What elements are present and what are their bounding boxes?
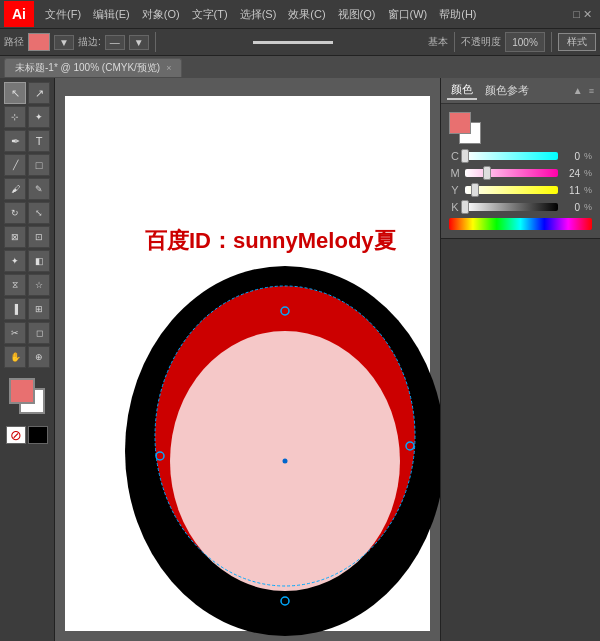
rotate-btn[interactable]: ↻: [4, 202, 26, 224]
column-graph-btn[interactable]: ▐: [4, 298, 26, 320]
eraser-btn[interactable]: ◻: [28, 322, 50, 344]
menu-type[interactable]: 文字(T): [187, 5, 233, 24]
stroke-none-btn[interactable]: —: [105, 35, 125, 50]
tool-row-2: ⊹ ✦: [4, 106, 50, 128]
color-tab[interactable]: 颜色: [447, 81, 477, 100]
panel-collapse-btn[interactable]: ▲: [573, 85, 583, 96]
color-swatch-pair[interactable]: [449, 112, 481, 144]
opacity-label: 不透明度: [461, 35, 501, 49]
app-logo: Ai: [4, 1, 34, 27]
stroke-type-btn[interactable]: ▼: [54, 35, 74, 50]
tab-bar: 未标题-1* @ 100% (CMYK/预览) ×: [0, 56, 600, 78]
tool-row-7: ⊠ ⊡: [4, 226, 50, 248]
stroke-label: 描边:: [78, 35, 101, 49]
document-tab[interactable]: 未标题-1* @ 100% (CMYK/预览) ×: [4, 58, 182, 77]
menu-bar: Ai 文件(F) 编辑(E) 对象(O) 文字(T) 选择(S) 效果(C) 视…: [0, 0, 600, 28]
scale-btn[interactable]: ⤡: [28, 202, 50, 224]
pen-tool-btn[interactable]: ✒: [4, 130, 26, 152]
panel-menu-btn[interactable]: ≡: [589, 86, 594, 96]
symbol-btn[interactable]: ☆: [28, 274, 50, 296]
measure-btn[interactable]: ◧: [28, 250, 50, 272]
direct-select-tool-btn[interactable]: ↗: [28, 82, 50, 104]
menu-view[interactable]: 视图(Q): [333, 5, 381, 24]
channel-k-label: K: [449, 201, 461, 213]
shear-btn[interactable]: ⊡: [28, 226, 50, 248]
black-swatch[interactable]: [28, 426, 48, 444]
separator-3: [551, 32, 552, 52]
channel-y-unit: %: [584, 185, 592, 195]
fg-bg-swatches[interactable]: [9, 378, 45, 414]
menu-help[interactable]: 帮助(H): [434, 5, 481, 24]
channel-m-label: M: [449, 167, 461, 179]
channel-k-thumb[interactable]: [461, 200, 469, 214]
blend-btn[interactable]: ⧖: [4, 274, 26, 296]
opacity-input[interactable]: [505, 32, 545, 52]
none-stroke-row: ⊘: [6, 426, 48, 444]
channel-c-thumb[interactable]: [461, 149, 469, 163]
tool-row-6: ↻ ⤡: [4, 202, 50, 224]
channel-c-value: 0: [562, 151, 580, 162]
channel-y-thumb[interactable]: [471, 183, 479, 197]
fill-color-swatch[interactable]: [28, 33, 50, 51]
none-swatch[interactable]: ⊘: [6, 426, 26, 444]
channel-c-row: C 0 %: [449, 150, 592, 162]
foreground-color-swatch[interactable]: [9, 378, 35, 404]
tool-row-11: ✂ ◻: [4, 322, 50, 344]
lasso-tool-btn[interactable]: ⊹: [4, 106, 26, 128]
stroke-dropdown[interactable]: ▼: [129, 35, 149, 50]
paintbrush-btn[interactable]: 🖌: [4, 178, 26, 200]
menu-object[interactable]: 对象(O): [137, 5, 185, 24]
tool-row-10: ▐ ⊞: [4, 298, 50, 320]
color-panel: 颜色 颜色参考 ▲ ≡ C: [441, 78, 600, 239]
separator-1: [155, 32, 156, 52]
color-ref-tab[interactable]: 颜色参考: [481, 82, 533, 99]
magic-wand-btn[interactable]: ✦: [28, 106, 50, 128]
fg-color-preview: [449, 112, 471, 134]
channel-m-value: 24: [562, 168, 580, 179]
stroke-width-visual: [253, 41, 333, 44]
channel-m-thumb[interactable]: [483, 166, 491, 180]
channel-y-value: 11: [562, 185, 580, 196]
color-preview-row: [449, 112, 592, 144]
window-controls[interactable]: □ ✕: [569, 8, 596, 21]
channel-y-label: Y: [449, 184, 461, 196]
menu-select[interactable]: 选择(S): [235, 5, 282, 24]
line-tool-btn[interactable]: ╱: [4, 154, 26, 176]
width-tool-btn[interactable]: ⊠: [4, 226, 26, 248]
color-spectrum-bar[interactable]: [449, 218, 592, 230]
channel-m-row: M 24 %: [449, 167, 592, 179]
style-btn[interactable]: 样式: [558, 33, 596, 51]
tool-row-12: ✋ ⊕: [4, 346, 50, 368]
artwork-svg: [115, 246, 440, 636]
type-tool-btn[interactable]: T: [28, 130, 50, 152]
tool-row-8: ✦ ◧: [4, 250, 50, 272]
menu-effect[interactable]: 效果(C): [283, 5, 330, 24]
channel-m-slider[interactable]: [465, 169, 558, 177]
channel-k-slider[interactable]: [465, 203, 558, 211]
eyedropper-btn[interactable]: ✦: [4, 250, 26, 272]
pencil-btn[interactable]: ✎: [28, 178, 50, 200]
slice-btn[interactable]: ✂: [4, 322, 26, 344]
menu-window[interactable]: 窗口(W): [383, 5, 433, 24]
channel-y-slider[interactable]: [465, 186, 558, 194]
tool-row-4: ╱ □: [4, 154, 50, 176]
selection-tool-btn[interactable]: ↖: [4, 82, 26, 104]
canvas-area[interactable]: 百度ID：sunnyMelody夏: [55, 78, 440, 641]
artboard-btn[interactable]: ⊞: [28, 298, 50, 320]
hand-btn[interactable]: ✋: [4, 346, 26, 368]
right-panels: 颜色 颜色参考 ▲ ≡ C: [440, 78, 600, 641]
zoom-btn[interactable]: ⊕: [28, 346, 50, 368]
color-swatches-area: ⊘: [6, 378, 48, 444]
tab-close-btn[interactable]: ×: [166, 63, 171, 73]
svg-point-7: [283, 459, 288, 464]
channel-m-unit: %: [584, 168, 592, 178]
stroke-style-label: 基本: [428, 35, 448, 49]
channel-c-unit: %: [584, 151, 592, 161]
menu-edit[interactable]: 编辑(E): [88, 5, 135, 24]
color-panel-content: C 0 % M 24 % Y: [441, 104, 600, 238]
menu-file[interactable]: 文件(F): [40, 5, 86, 24]
separator-2: [454, 32, 455, 52]
toolbar: 路径 ▼ 描边: — ▼ 基本 不透明度 样式: [0, 28, 600, 56]
channel-c-slider[interactable]: [465, 152, 558, 160]
rect-tool-btn[interactable]: □: [28, 154, 50, 176]
